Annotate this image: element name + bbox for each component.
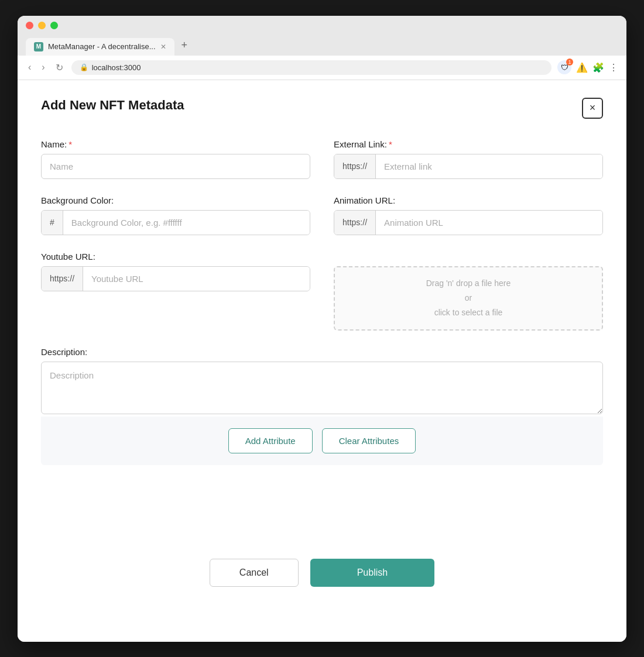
url-text: localhost:3000 [92,63,141,72]
minimize-traffic-light[interactable] [38,22,46,29]
tab-favicon: M [34,42,43,51]
form-actions: Cancel Publish [41,559,603,587]
name-required-star: * [68,139,72,149]
external-link-input-wrapper: https:// [334,154,603,179]
file-drop-text: Drag 'n' drop a file here or click to se… [426,276,511,321]
forward-button[interactable]: › [39,61,47,74]
youtube-url-group: Youtube URL: https:// [41,252,310,331]
description-label: Description: [41,347,603,357]
menu-icon[interactable]: ⋮ [609,62,618,73]
new-tab-button[interactable]: + [176,35,194,56]
page-title: Add New NFT Metadata [41,98,184,113]
extensions-icon[interactable]: 🧩 [592,62,604,73]
youtube-url-input-wrapper: https:// [41,266,310,291]
file-drop-zone[interactable]: Drag 'n' drop a file here or click to se… [334,266,603,331]
animation-url-input[interactable] [376,211,602,235]
animation-url-prefix: https:// [334,211,376,235]
row-2: Background Color: # Animation URL: https… [41,195,603,235]
browser-actions: 🛡 1 ⚠️ 🧩 ⋮ [557,60,618,74]
animation-url-group: Animation URL: https:// [334,195,603,235]
reload-button[interactable]: ↻ [53,61,66,74]
close-traffic-light[interactable] [26,22,33,29]
row-3: Youtube URL: https:// Upload Drag 'n' dr… [41,252,603,331]
maximize-traffic-light[interactable] [50,22,58,29]
add-attribute-button[interactable]: Add Attribute [228,428,313,453]
badge-count: 1 [566,59,573,66]
file-upload-group: Upload Drag 'n' drop a file here or clic… [334,252,603,331]
browser-chrome: M MetaManager - A decentralise... ✕ + [18,16,626,56]
row-1: Name:* External Link:* https:// [41,139,603,179]
bg-color-group: Background Color: # [41,195,310,235]
external-link-group: External Link:* https:// [334,139,603,179]
external-link-required-star: * [389,139,392,149]
publish-button[interactable]: Publish [310,559,434,587]
animation-url-label: Animation URL: [334,195,603,205]
youtube-url-label: Youtube URL: [41,252,310,262]
bg-color-label: Background Color: [41,195,310,205]
close-button[interactable]: × [582,98,603,119]
nft-form: Name:* External Link:* https:// [41,139,603,465]
traffic-lights [26,22,618,29]
description-section: Description: [41,347,603,417]
youtube-url-input[interactable] [83,267,310,291]
tab-bar: M MetaManager - A decentralise... ✕ + [26,35,618,56]
page-header: Add New NFT Metadata × [41,98,603,119]
browser-window: M MetaManager - A decentralise... ✕ + ‹ … [18,16,626,642]
browser-content: Add New NFT Metadata × Name:* External L… [18,80,626,642]
name-label: Name:* [41,139,310,149]
youtube-url-prefix: https:// [42,267,83,291]
attributes-section: Add Attribute Clear Attributes [41,417,603,465]
shield-badge[interactable]: 🛡 1 [557,60,571,74]
bg-color-input-wrapper: # [41,210,310,235]
external-link-input[interactable] [376,154,602,178]
description-textarea[interactable] [41,362,603,414]
tab-title: MetaManager - A decentralise... [48,42,156,51]
active-tab[interactable]: M MetaManager - A decentralise... ✕ [26,38,174,56]
tab-close-icon[interactable]: ✕ [160,43,166,51]
back-button[interactable]: ‹ [26,61,33,74]
bg-color-input[interactable] [63,211,310,235]
clear-attributes-button[interactable]: Clear Attributes [322,428,416,453]
name-group: Name:* [41,139,310,179]
hash-prefix: # [42,211,63,235]
address-bar[interactable]: 🔒 localhost:3000 [71,60,551,75]
external-link-prefix: https:// [334,154,376,178]
address-bar-row: ‹ › ↻ 🔒 localhost:3000 🛡 1 ⚠️ 🧩 ⋮ [18,56,626,80]
animation-url-input-wrapper: https:// [334,210,603,235]
name-input[interactable] [41,154,310,179]
warning-icon[interactable]: ⚠️ [576,62,588,73]
external-link-label: External Link:* [334,139,603,149]
lock-icon: 🔒 [80,63,88,71]
cancel-button[interactable]: Cancel [210,559,299,587]
